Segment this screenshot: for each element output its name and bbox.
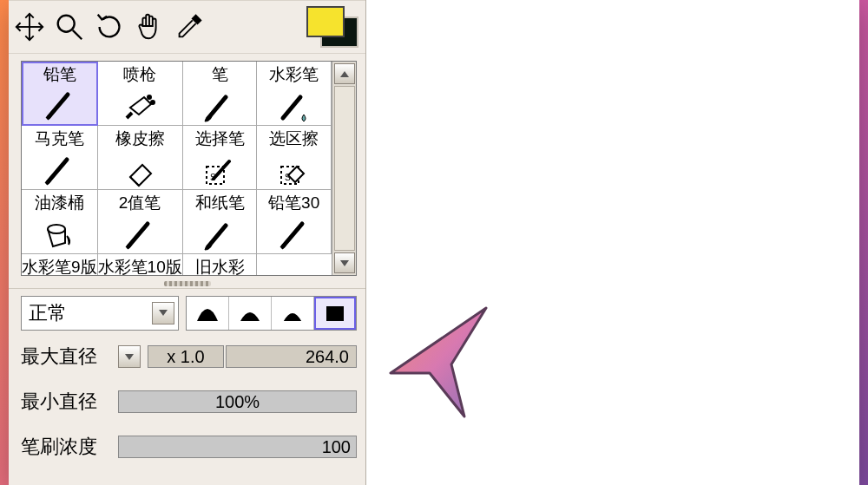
canvas-area[interactable] bbox=[366, 0, 859, 485]
brush-item[interactable]: 水彩笔 bbox=[257, 62, 332, 126]
scroll-up-icon[interactable] bbox=[334, 63, 355, 84]
bucket-icon bbox=[22, 214, 97, 253]
brush-item-label: 选区擦 bbox=[269, 128, 319, 150]
brush-item[interactable]: 2值笔 bbox=[98, 190, 183, 254]
brush-item[interactable]: 选区擦S bbox=[257, 126, 332, 190]
svg-text:S: S bbox=[210, 173, 216, 182]
brush-item-label: 铅笔 bbox=[43, 63, 76, 86]
pen-icon bbox=[98, 214, 182, 253]
brush-item[interactable]: 水彩笔9版 bbox=[22, 254, 98, 275]
brush-item-label: 油漆桶 bbox=[35, 192, 84, 214]
max-diameter-preset-dropdown[interactable] bbox=[118, 345, 141, 368]
brush-icon bbox=[183, 214, 257, 253]
brush-shape-mid[interactable] bbox=[229, 297, 272, 330]
brush-item[interactable]: 选择笔S bbox=[183, 126, 258, 190]
water-icon bbox=[257, 86, 331, 125]
brush-shape-soft[interactable] bbox=[187, 297, 229, 330]
blend-mode-select[interactable]: 正常 bbox=[21, 296, 179, 331]
scroll-track[interactable] bbox=[334, 86, 355, 251]
color-swatch[interactable] bbox=[306, 6, 358, 48]
blend-mode-dropdown-icon[interactable] bbox=[152, 302, 174, 324]
pen-icon bbox=[22, 150, 97, 189]
brush-item-label: 水彩笔9版 bbox=[22, 256, 97, 275]
brush-item[interactable]: 马克笔 bbox=[22, 126, 98, 190]
max-diameter-value[interactable]: 264.0 bbox=[226, 345, 357, 368]
scroll-down-icon[interactable] bbox=[334, 252, 355, 273]
pen-icon bbox=[23, 86, 96, 124]
param-density: 笔刷浓度 100 bbox=[21, 430, 357, 463]
brush-params: 最大直径 x 1.0 264.0 最小直径 100% 笔刷浓度 100 bbox=[9, 337, 365, 463]
brush-item[interactable]: 旧水彩 bbox=[183, 254, 258, 275]
zoom-tool[interactable] bbox=[52, 7, 87, 47]
hand-tool[interactable] bbox=[132, 7, 167, 47]
max-diameter-multiplier[interactable]: x 1.0 bbox=[148, 345, 224, 368]
airbrush-icon bbox=[98, 86, 182, 125]
brush-item-label: 喷枪 bbox=[123, 63, 156, 86]
brush-item[interactable]: 橡皮擦 bbox=[98, 126, 183, 190]
move-tool[interactable] bbox=[12, 7, 47, 47]
brush-item-label: 笔 bbox=[212, 63, 228, 86]
seleraser-icon: S bbox=[257, 150, 331, 189]
tool-panel: 铅笔喷枪笔水彩笔马克笔橡皮擦选择笔S选区擦S油漆桶2值笔和纸笔铅笔30水彩笔9版… bbox=[9, 0, 366, 485]
brush-icon bbox=[183, 86, 257, 125]
brush-item-label: 和纸笔 bbox=[195, 192, 245, 214]
brush-item-label: 2值笔 bbox=[119, 192, 161, 214]
eraser-icon bbox=[98, 150, 182, 189]
eyedropper-tool[interactable] bbox=[172, 7, 207, 47]
blend-mode-value: 正常 bbox=[29, 300, 67, 326]
svg-point-4 bbox=[148, 95, 151, 99]
rotate-tool[interactable] bbox=[92, 7, 127, 47]
svg-point-10 bbox=[48, 225, 65, 233]
brush-item-label: 选择笔 bbox=[195, 128, 245, 150]
svg-point-5 bbox=[151, 101, 155, 104]
blend-row: 正常 bbox=[9, 288, 365, 337]
pen-icon bbox=[257, 214, 331, 253]
brush-item-label: 水彩笔10版 bbox=[98, 256, 182, 275]
min-diameter-value: 100% bbox=[119, 391, 356, 412]
param-max-diameter: 最大直径 x 1.0 264.0 bbox=[21, 340, 357, 373]
brush-shape-flat[interactable] bbox=[314, 297, 356, 330]
brush-scrollbar[interactable] bbox=[332, 62, 356, 275]
svg-line-3 bbox=[73, 30, 82, 39]
density-slider[interactable]: 100 bbox=[118, 436, 357, 458]
brush-item-label: 铅笔30 bbox=[268, 192, 319, 214]
brush-item[interactable]: 和纸笔 bbox=[183, 190, 258, 254]
selpen-icon: S bbox=[183, 150, 257, 189]
brush-item[interactable]: 喷枪 bbox=[98, 62, 183, 126]
view-toolbar bbox=[9, 0, 365, 54]
brush-item[interactable]: 铅笔 bbox=[22, 62, 98, 126]
brush-item[interactable]: 铅笔30 bbox=[257, 190, 332, 254]
density-value: 100 bbox=[119, 436, 351, 457]
brush-item-label: 橡皮擦 bbox=[115, 128, 165, 150]
brush-item[interactable]: 水彩笔10版 bbox=[98, 254, 183, 275]
brush-item-label: 旧水彩 bbox=[195, 256, 245, 275]
svg-text:S: S bbox=[285, 173, 291, 182]
param-min-diameter: 最小直径 100% bbox=[21, 385, 357, 418]
density-label: 笔刷浓度 bbox=[21, 434, 113, 460]
foreground-color[interactable] bbox=[306, 6, 345, 37]
max-diameter-label: 最大直径 bbox=[21, 344, 113, 370]
panel-drag-handle[interactable] bbox=[9, 279, 365, 288]
brush-item[interactable]: 油漆桶 bbox=[22, 190, 98, 254]
brush-shape-hard[interactable] bbox=[272, 297, 314, 330]
brush-item-label: 马克笔 bbox=[35, 128, 84, 150]
brush-item-label: 水彩笔 bbox=[269, 63, 319, 86]
min-diameter-label: 最小直径 bbox=[21, 389, 113, 415]
brush-item[interactable]: 笔 bbox=[183, 62, 258, 126]
brush-shape-set bbox=[186, 296, 357, 331]
brush-palette: 铅笔喷枪笔水彩笔马克笔橡皮擦选择笔S选区擦S油漆桶2值笔和纸笔铅笔30水彩笔9版… bbox=[21, 61, 357, 276]
svg-point-2 bbox=[58, 16, 75, 32]
svg-rect-11 bbox=[326, 306, 344, 321]
min-diameter-slider[interactable]: 100% bbox=[118, 390, 357, 413]
